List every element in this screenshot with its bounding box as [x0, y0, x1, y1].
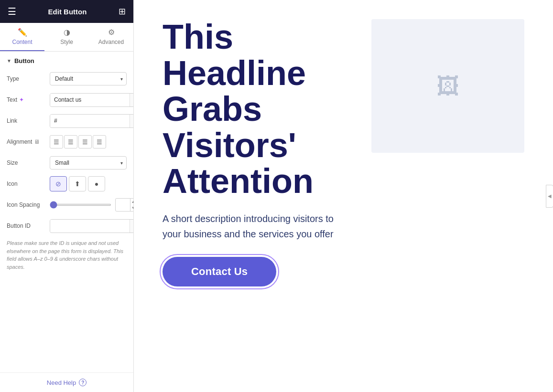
link-input-wrapper: ⚙ ☰: [50, 114, 133, 128]
size-select-wrapper: Small Medium Large ▾: [50, 156, 127, 170]
align-center-button[interactable]: ☰: [64, 135, 77, 148]
style-tab-icon: ◑: [64, 28, 70, 37]
icon-upload-button[interactable]: ⬆: [69, 176, 86, 191]
icon-label: Icon: [7, 180, 50, 187]
alignment-label: Alignment 🖥: [7, 138, 50, 145]
image-placeholder: 🖼: [371, 19, 524, 153]
alignment-control: ☰ ☰ ☰ ☰: [50, 135, 127, 148]
icon-spacing-value-box: ▲ ▼: [115, 198, 133, 212]
icon-control: ⊘ ⬆ ●: [50, 176, 127, 191]
button-section-header: ▼ Button: [7, 57, 127, 64]
advanced-tab-icon: ⚙: [108, 28, 115, 37]
type-select-wrapper: Default Info Success Warning Danger ▾: [50, 72, 127, 85]
topbar: ☰ Edit Button ⊞: [0, 0, 133, 23]
align-justify-button[interactable]: ☰: [93, 135, 106, 148]
tab-content[interactable]: ✏️ Content: [0, 23, 44, 51]
text-control: ☰: [50, 93, 133, 107]
icon-circle-button[interactable]: ●: [88, 176, 105, 191]
topbar-title: Edit Button: [48, 8, 87, 16]
icon-spacing-slider[interactable]: [50, 204, 111, 206]
size-label: Size: [7, 159, 50, 166]
panel-body: ▼ Button Type Default Info Success Warni…: [0, 52, 133, 372]
advanced-tab-label: Advanced: [98, 39, 124, 45]
type-row: Type Default Info Success Warning Danger…: [7, 71, 127, 86]
size-control: Small Medium Large ▾: [50, 156, 127, 170]
headline-text: This Headline Grabs Visitors' Attention: [163, 19, 352, 200]
align-left-button[interactable]: ☰: [50, 135, 63, 148]
link-control: ⚙ ☰: [50, 114, 133, 128]
help-question-icon[interactable]: ?: [79, 379, 87, 386]
content-tab-label: Content: [12, 39, 32, 45]
hamburger-menu-icon[interactable]: ☰: [8, 6, 16, 17]
link-label: Link: [7, 117, 50, 124]
alignment-buttons-group: ☰ ☰ ☰ ☰: [50, 135, 127, 148]
text-options-icon[interactable]: ☰: [130, 94, 133, 106]
icon-spacing-control: ▲ ▼: [50, 198, 133, 212]
size-row: Size Small Medium Large ▾: [7, 155, 127, 170]
size-select[interactable]: Small Medium Large: [50, 156, 127, 170]
left-panel: ☰ Edit Button ⊞ ✏️ Content ◑ Style ⚙ Adv…: [0, 0, 134, 392]
icon-spacing-value-input[interactable]: [116, 202, 130, 208]
need-help-section[interactable]: Need Help ?: [0, 372, 133, 392]
button-id-input-wrapper: ☰: [50, 219, 133, 233]
icon-spacing-up-arrow[interactable]: ▲: [130, 199, 133, 205]
cta-button-wrapper: Contact Us: [163, 257, 276, 286]
icon-spacing-down-arrow[interactable]: ▼: [130, 205, 133, 211]
button-id-row: Button ID ☰: [7, 218, 127, 233]
grid-menu-icon[interactable]: ⊞: [119, 6, 126, 17]
text-input-wrapper: ☰: [50, 93, 133, 107]
button-id-input[interactable]: [50, 220, 130, 232]
section-title: Button: [14, 57, 34, 64]
alignment-screen-icon: 🖥: [34, 138, 40, 145]
type-label: Type: [7, 75, 50, 82]
icon-row: Icon ⊘ ⬆ ●: [7, 176, 127, 191]
description-text: A short description introducing visitors…: [163, 211, 344, 242]
tabs-bar: ✏️ Content ◑ Style ⚙ Advanced: [0, 23, 133, 52]
icon-spacing-row: Icon Spacing ▲ ▼: [7, 197, 127, 212]
icon-spacing-label: Icon Spacing: [7, 201, 50, 208]
preview-area: This Headline Grabs Visitors' Attention …: [134, 0, 553, 392]
icon-choice-group: ⊘ ⬆ ●: [50, 176, 127, 191]
tab-advanced[interactable]: ⚙ Advanced: [89, 23, 133, 51]
link-settings-icon[interactable]: ⚙: [130, 115, 133, 127]
tab-style[interactable]: ◑ Style: [44, 23, 89, 51]
style-tab-label: Style: [60, 39, 73, 45]
text-content: This Headline Grabs Visitors' Attention …: [163, 19, 352, 373]
button-id-label: Button ID: [7, 222, 50, 229]
align-right-button[interactable]: ☰: [78, 135, 92, 148]
button-id-options-icon[interactable]: ☰: [130, 220, 133, 233]
type-select[interactable]: Default Info Success Warning Danger: [50, 72, 127, 85]
link-row: Link ⚙ ☰: [7, 113, 127, 128]
image-placeholder-icon: 🖼: [436, 73, 459, 99]
text-label: Text ✦: [7, 96, 50, 103]
panel-collapse-handle[interactable]: ◀: [546, 185, 553, 208]
text-dynamic-icon: ✦: [19, 96, 24, 103]
text-input[interactable]: [50, 94, 130, 106]
alignment-row: Alignment 🖥 ☰ ☰ ☰ ☰: [7, 134, 127, 149]
link-input[interactable]: [50, 115, 130, 127]
icon-spacing-arrows: ▲ ▼: [130, 199, 133, 211]
content-wrapper: This Headline Grabs Visitors' Attention …: [163, 19, 524, 373]
section-collapse-arrow[interactable]: ▼: [7, 58, 11, 64]
content-tab-icon: ✏️: [18, 28, 27, 37]
button-id-control: ☰: [50, 219, 133, 233]
icon-spacing-slider-row: ▲ ▼: [50, 198, 133, 212]
icon-none-button[interactable]: ⊘: [50, 176, 67, 191]
cta-button[interactable]: Contact Us: [163, 257, 276, 286]
button-id-help-text: Please make sure the ID is unique and no…: [7, 239, 127, 271]
need-help-label: Need Help: [47, 379, 76, 386]
text-row: Text ✦ ☰: [7, 92, 127, 107]
type-control: Default Info Success Warning Danger ▾: [50, 72, 127, 85]
